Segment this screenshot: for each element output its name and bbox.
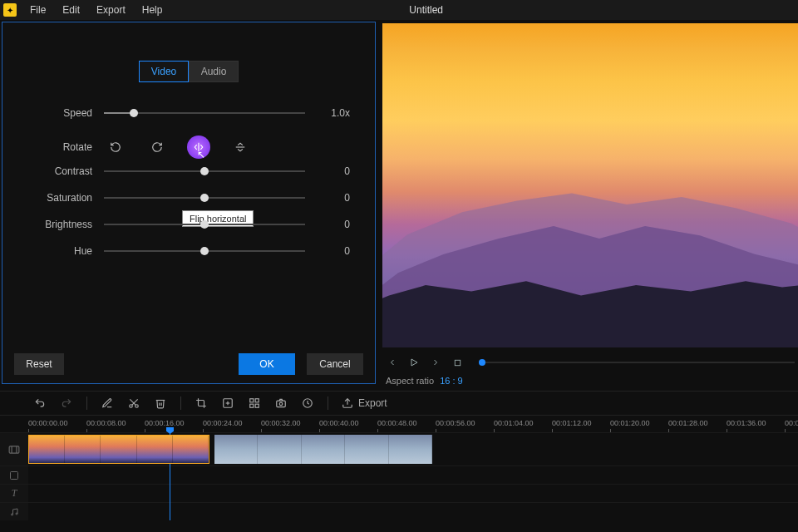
timeline-ruler[interactable]: 00:00:00.0000:00:08.0000:00:16.0000:00:2… — [28, 419, 798, 432]
play-icon[interactable] — [407, 356, 421, 369]
saturation-slider[interactable] — [104, 192, 305, 204]
delete-icon[interactable] — [154, 397, 167, 410]
export-button[interactable]: Export — [342, 397, 387, 409]
timeline-toolbar: Export — [0, 391, 798, 416]
edit-icon[interactable] — [101, 397, 114, 410]
next-frame-icon[interactable] — [429, 356, 442, 369]
ruler-tick: 00:00:08.00 — [86, 419, 126, 427]
export-icon — [342, 397, 353, 409]
svg-marker-0 — [411, 359, 417, 366]
window-title: Untitled — [170, 4, 682, 16]
video-track — [0, 432, 798, 466]
brightness-row: Brightness 0 — [27, 219, 350, 230]
contrast-value: 0 — [305, 165, 350, 177]
redo-icon[interactable] — [60, 397, 73, 410]
prev-frame-icon[interactable] — [386, 356, 399, 369]
ruler-tick: 00:01:28.00 — [668, 419, 708, 427]
preview-viewport — [382, 23, 798, 347]
ruler-tick: 00:00:56.00 — [436, 419, 475, 427]
ok-button[interactable]: OK — [239, 353, 295, 375]
svg-rect-10 — [255, 399, 259, 402]
duration-icon[interactable] — [301, 397, 314, 410]
contrast-row: Contrast 0 — [27, 165, 350, 177]
saturation-value: 0 — [305, 192, 350, 204]
mosaic-icon[interactable] — [248, 397, 261, 410]
reset-button[interactable]: Reset — [14, 353, 64, 375]
svg-point-14 — [279, 402, 283, 406]
svg-rect-11 — [250, 404, 254, 407]
tab-video[interactable]: Video — [139, 61, 189, 82]
preview-progress[interactable] — [479, 362, 795, 363]
timeline-tracks: T — [0, 432, 798, 520]
svg-rect-17 — [9, 446, 19, 452]
undo-icon[interactable] — [33, 397, 47, 410]
effects-track-icon — [0, 466, 28, 484]
ruler-tick: 00:01:04.00 — [494, 419, 534, 427]
ruler-tick: 00:01:12.00 — [552, 419, 592, 427]
cancel-button[interactable]: Cancel — [307, 353, 363, 375]
hue-value: 0 — [305, 245, 350, 257]
hue-row: Hue 0 — [27, 245, 350, 257]
preview-pane: Aspect ratio 16 : 9 — [377, 20, 798, 386]
hue-label: Hue — [27, 245, 104, 257]
video-clip-2[interactable] — [214, 435, 432, 464]
menu-help[interactable]: Help — [134, 1, 171, 19]
playback-controls — [382, 352, 798, 372]
edit-panel: Video Audio Speed 1.0x Rotate — [2, 22, 376, 384]
saturation-label: Saturation — [27, 192, 104, 204]
audio-track-icon — [0, 503, 28, 520]
speed-value: 1.0x — [305, 107, 350, 119]
export-label: Export — [358, 397, 387, 409]
aspect-ratio-row: Aspect ratio 16 : 9 — [382, 372, 798, 386]
svg-rect-12 — [255, 404, 259, 407]
svg-rect-1 — [455, 360, 460, 365]
add-media-icon[interactable] — [221, 397, 234, 410]
saturation-row: Saturation 0 — [27, 192, 350, 204]
flip-horizontal-icon[interactable]: ↖ — [192, 140, 205, 154]
svg-rect-9 — [250, 399, 254, 402]
video-track-icon — [0, 433, 28, 466]
menubar: ✦ File Edit Export Help Untitled — [0, 0, 798, 20]
tab-audio[interactable]: Audio — [189, 61, 239, 82]
brightness-label: Brightness — [27, 219, 104, 230]
ruler-tick: 00:01 — [785, 419, 798, 427]
video-track-body[interactable] — [28, 433, 798, 466]
svg-point-22 — [16, 513, 17, 515]
crop-icon[interactable] — [195, 397, 208, 410]
svg-point-21 — [12, 514, 13, 515]
hue-slider[interactable] — [104, 245, 305, 257]
speed-label: Speed — [27, 107, 104, 119]
brightness-value: 0 — [305, 219, 350, 230]
menu-file[interactable]: File — [22, 1, 54, 19]
ruler-tick: 00:01:20.00 — [610, 419, 650, 427]
menu-export[interactable]: Export — [88, 1, 134, 19]
contrast-slider[interactable] — [104, 165, 305, 177]
effects-track — [0, 466, 798, 484]
speed-row: Speed 1.0x — [27, 107, 350, 119]
brightness-slider[interactable] — [104, 219, 305, 230]
video-clip-1[interactable] — [28, 435, 209, 464]
ruler-tick: 00:01:36.00 — [727, 419, 766, 427]
app-logo: ✦ — [3, 3, 17, 17]
ruler-tick: 00:00:40.00 — [319, 419, 359, 427]
svg-rect-13 — [277, 401, 286, 407]
rotate-label: Rotate — [27, 141, 104, 153]
text-track: T — [0, 484, 798, 502]
rotate-cw-icon[interactable] — [150, 140, 164, 154]
ruler-tick: 00:00:32.00 — [261, 419, 301, 427]
ruler-tick: 00:00:00.00 — [28, 419, 68, 427]
aspect-ratio-value[interactable]: 16 : 9 — [440, 376, 463, 386]
ruler-tick: 00:00:48.00 — [377, 419, 417, 427]
aspect-ratio-label: Aspect ratio — [386, 376, 434, 386]
cut-icon[interactable] — [127, 397, 140, 410]
ruler-tick: 00:00:24.00 — [203, 419, 243, 427]
flip-vertical-icon[interactable] — [234, 140, 247, 154]
rotate-ccw-icon[interactable] — [109, 140, 122, 154]
contrast-label: Contrast — [27, 165, 104, 177]
stop-icon[interactable] — [451, 356, 464, 369]
snapshot-icon[interactable] — [274, 397, 288, 410]
text-track-icon: T — [0, 485, 28, 502]
menu-edit[interactable]: Edit — [54, 1, 88, 19]
speed-slider[interactable] — [104, 107, 305, 119]
ruler-tick: 00:00:16.00 — [145, 419, 185, 427]
